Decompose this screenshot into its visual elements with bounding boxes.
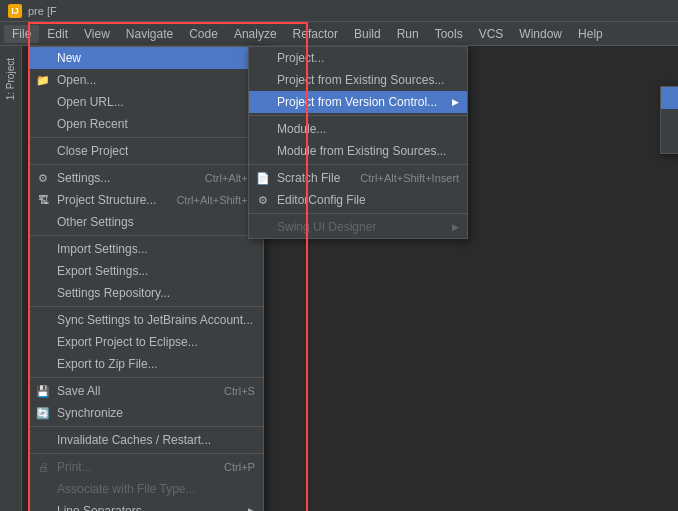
sync-settings-icon	[35, 312, 51, 328]
vcs-options-submenu: Git Mercurial Subversion	[660, 86, 678, 154]
new-submenu: Project... Project from Existing Sources…	[248, 46, 468, 239]
menu-window[interactable]: Window	[511, 25, 570, 43]
new-scratch-file[interactable]: 📄 Scratch File Ctrl+Alt+Shift+Insert	[249, 167, 467, 189]
new-swing-ui[interactable]: Swing UI Designer	[249, 216, 467, 238]
file-menu-export-settings[interactable]: Export Settings...	[29, 260, 263, 282]
file-menu-new[interactable]: New	[29, 47, 263, 69]
title-text: pre [F	[28, 5, 57, 17]
export-zip-icon	[35, 356, 51, 372]
associate-file-icon	[35, 481, 51, 497]
menu-build[interactable]: Build	[346, 25, 389, 43]
open-recent-icon	[35, 116, 51, 132]
synchronize-icon: 🔄	[35, 405, 51, 421]
file-menu-settings-repo[interactable]: Settings Repository...	[29, 282, 263, 304]
file-menu-settings[interactable]: ⚙ Settings... Ctrl+Alt+S	[29, 167, 263, 189]
close-project-icon	[35, 143, 51, 159]
menu-view[interactable]: View	[76, 25, 118, 43]
swing-ui-icon	[255, 219, 271, 235]
file-menu-line-separators[interactable]: Line Separators	[29, 500, 263, 511]
save-all-icon: 💾	[35, 383, 51, 399]
file-menu-associate-file-type[interactable]: Associate with File Type...	[29, 478, 263, 500]
separator-7	[29, 453, 263, 454]
settings-repo-icon	[35, 285, 51, 301]
file-menu-open-url[interactable]: Open URL...	[29, 91, 263, 113]
left-sidebar: 1: Project	[0, 46, 22, 511]
sidebar-tab-project[interactable]: 1: Project	[3, 50, 18, 108]
vcs-subversion[interactable]: Subversion	[661, 131, 678, 153]
new-module[interactable]: Module...	[249, 118, 467, 140]
scratch-file-icon: 📄	[255, 170, 271, 186]
separator-1	[29, 137, 263, 138]
menu-navigate[interactable]: Navigate	[118, 25, 181, 43]
open-icon: 📁	[35, 72, 51, 88]
menu-tools[interactable]: Tools	[427, 25, 471, 43]
new-sep-3	[249, 213, 467, 214]
menu-code[interactable]: Code	[181, 25, 226, 43]
file-menu-project-structure[interactable]: 🏗 Project Structure... Ctrl+Alt+Shift+S	[29, 189, 263, 211]
menu-refactor[interactable]: Refactor	[285, 25, 346, 43]
separator-4	[29, 306, 263, 307]
file-menu-open-recent[interactable]: Open Recent	[29, 113, 263, 135]
menu-file[interactable]: File	[4, 25, 39, 43]
invalidate-caches-icon	[35, 432, 51, 448]
separator-5	[29, 377, 263, 378]
file-menu-synchronize[interactable]: 🔄 Synchronize	[29, 402, 263, 424]
file-menu-open[interactable]: 📁 Open...	[29, 69, 263, 91]
menu-help[interactable]: Help	[570, 25, 611, 43]
menu-analyze[interactable]: Analyze	[226, 25, 285, 43]
file-menu-export-zip[interactable]: Export to Zip File...	[29, 353, 263, 375]
new-project-vcs-icon	[255, 94, 271, 110]
new-project-icon	[255, 50, 271, 66]
export-settings-icon	[35, 263, 51, 279]
new-project-existing[interactable]: Project from Existing Sources...	[249, 69, 467, 91]
new-icon	[35, 50, 51, 66]
open-url-icon	[35, 94, 51, 110]
new-project[interactable]: Project...	[249, 47, 467, 69]
print-icon: 🖨	[35, 459, 51, 475]
separator-2	[29, 164, 263, 165]
menu-bar: File Edit View Navigate Code Analyze Ref…	[0, 22, 678, 46]
file-menu-sync-settings[interactable]: Sync Settings to JetBrains Account...	[29, 309, 263, 331]
file-menu-other-settings[interactable]: Other Settings	[29, 211, 263, 233]
new-module-existing[interactable]: Module from Existing Sources...	[249, 140, 467, 162]
menu-edit[interactable]: Edit	[39, 25, 76, 43]
menu-vcs[interactable]: VCS	[471, 25, 512, 43]
editorconfig-icon: ⚙	[255, 192, 271, 208]
file-menu-import-settings[interactable]: Import Settings...	[29, 238, 263, 260]
vcs-git[interactable]: Git	[661, 87, 678, 109]
file-menu-save-all[interactable]: 💾 Save All Ctrl+S	[29, 380, 263, 402]
new-project-vcs[interactable]: Project from Version Control...	[249, 91, 467, 113]
app-icon: IJ	[8, 4, 22, 18]
other-settings-icon	[35, 214, 51, 230]
project-structure-icon: 🏗	[35, 192, 51, 208]
new-sep-2	[249, 164, 467, 165]
separator-3	[29, 235, 263, 236]
export-eclipse-icon	[35, 334, 51, 350]
file-menu-close-project[interactable]: Close Project	[29, 140, 263, 162]
separator-6	[29, 426, 263, 427]
menu-run[interactable]: Run	[389, 25, 427, 43]
file-menu-print[interactable]: 🖨 Print... Ctrl+P	[29, 456, 263, 478]
settings-icon: ⚙	[35, 170, 51, 186]
new-sep-1	[249, 115, 467, 116]
title-bar: IJ pre [F	[0, 0, 678, 22]
file-dropdown-menu: New 📁 Open... Open URL... Open Recent Cl…	[28, 46, 264, 511]
new-module-existing-icon	[255, 143, 271, 159]
file-menu-invalidate-caches[interactable]: Invalidate Caches / Restart...	[29, 429, 263, 451]
vcs-mercurial[interactable]: Mercurial	[661, 109, 678, 131]
line-separators-icon	[35, 503, 51, 511]
file-menu-export-eclipse[interactable]: Export Project to Eclipse...	[29, 331, 263, 353]
new-module-icon	[255, 121, 271, 137]
new-project-existing-icon	[255, 72, 271, 88]
new-editorconfig[interactable]: ⚙ EditorConfig File	[249, 189, 467, 211]
import-settings-icon	[35, 241, 51, 257]
